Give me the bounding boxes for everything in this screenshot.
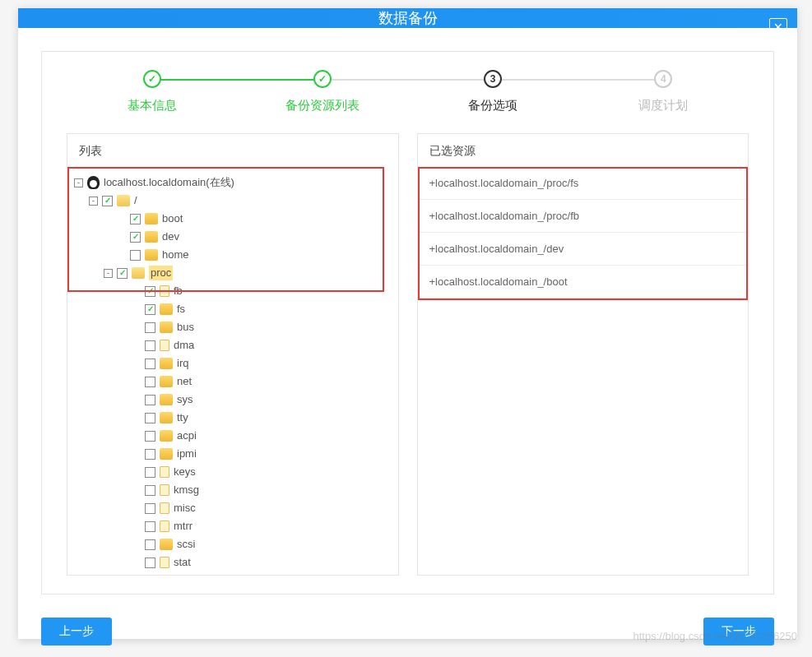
step-basic-info[interactable]: ✓ 基本信息 xyxy=(67,70,237,113)
folder-icon xyxy=(160,376,173,387)
checkbox[interactable] xyxy=(130,250,141,261)
folder-icon xyxy=(160,394,173,405)
checkbox[interactable] xyxy=(145,539,155,550)
step-schedule[interactable]: 4 调度计划 xyxy=(578,70,749,113)
tree-folder-node[interactable]: boot xyxy=(72,211,397,226)
tree-label: boot xyxy=(162,211,183,226)
tree-label: localhost.localdomain(在线) xyxy=(104,175,234,190)
selected-resource-item[interactable]: +localhost.localdomain_/proc/fs xyxy=(418,167,749,200)
next-button[interactable]: 下一步 xyxy=(703,618,774,645)
tree-item-node[interactable]: stat xyxy=(72,555,397,570)
selected-resources-panel: 已选资源 +localhost.localdomain_/proc/fs+loc… xyxy=(417,133,749,576)
tree-label: proc xyxy=(149,266,173,280)
tree-item-node[interactable]: fs xyxy=(72,302,397,317)
tree-label: fb xyxy=(174,284,183,298)
step-resource-list[interactable]: ✓ 备份资源列表 xyxy=(237,70,407,113)
step-connector xyxy=(152,79,322,81)
expander-placeholder xyxy=(132,486,141,495)
expander-placeholder xyxy=(132,341,141,350)
expander-placeholder xyxy=(132,432,141,441)
step-number-icon: ✓ xyxy=(143,70,161,88)
tree-label: kmsg xyxy=(174,483,199,497)
tree-item-node[interactable]: ipmi xyxy=(72,446,397,461)
checkbox[interactable] xyxy=(102,196,113,206)
tree-item-node[interactable]: bus xyxy=(72,320,397,335)
checkbox[interactable] xyxy=(145,449,155,460)
checkbox[interactable] xyxy=(145,558,155,568)
tree-item-node[interactable]: dma xyxy=(72,338,397,353)
folder-icon xyxy=(160,430,173,442)
collapse-icon[interactable]: - xyxy=(74,178,83,187)
checkbox[interactable] xyxy=(117,268,128,279)
tree-folder-node[interactable]: dev xyxy=(72,229,397,244)
checkbox[interactable] xyxy=(145,359,155,369)
tree-item-node[interactable]: kmsg xyxy=(72,483,397,497)
checkbox[interactable] xyxy=(145,322,155,333)
folder open-icon xyxy=(132,267,145,279)
checkbox[interactable] xyxy=(145,467,155,478)
panel-title: 已选资源 xyxy=(418,133,749,167)
expander-placeholder xyxy=(132,468,141,477)
step-label: 基本信息 xyxy=(128,98,177,113)
tree-scroll-area[interactable]: -localhost.localdomain(在线)-/bootdevhome-… xyxy=(67,167,398,575)
expander-placeholder xyxy=(132,377,141,386)
checkbox[interactable] xyxy=(145,485,155,496)
collapse-icon[interactable]: - xyxy=(89,197,98,206)
tree-item-node[interactable]: sys xyxy=(72,392,397,407)
tree-item-node[interactable]: mtrr xyxy=(72,519,397,534)
expander-placeholder xyxy=(132,450,141,459)
tree-label: misc xyxy=(174,501,196,516)
prev-button[interactable]: 上一步 xyxy=(41,618,112,645)
checkbox[interactable] xyxy=(145,286,155,297)
step-number-icon: ✓ xyxy=(313,70,332,88)
step-backup-options[interactable]: 3 备份选项 xyxy=(408,70,578,113)
tree-label: / xyxy=(134,193,137,208)
file-icon xyxy=(160,502,169,514)
selected-resource-item[interactable]: +localhost.localdomain_/dev xyxy=(418,233,749,266)
tree-item-node[interactable]: net xyxy=(72,374,397,389)
file-tree: -localhost.localdomain(在线)-/bootdevhome-… xyxy=(67,167,398,575)
tree-label: home xyxy=(162,248,189,262)
checkbox[interactable] xyxy=(130,232,141,243)
penguin-icon xyxy=(87,176,100,189)
expander-placeholder xyxy=(117,251,126,260)
tree-item-node[interactable]: acpi xyxy=(72,428,397,443)
tree-item-node[interactable]: tty xyxy=(72,410,397,425)
folder-icon xyxy=(145,231,158,243)
tree-item-node[interactable]: irq xyxy=(72,356,397,371)
checkbox[interactable] xyxy=(145,431,155,442)
tree-label: sys xyxy=(177,392,193,407)
file-icon xyxy=(160,285,169,297)
selected-resource-item[interactable]: +localhost.localdomain_/boot xyxy=(418,266,749,298)
tree-folder-node[interactable]: home xyxy=(72,248,397,262)
folder open-icon xyxy=(117,195,130,206)
tree-label: tty xyxy=(177,410,188,425)
selected-list-area[interactable]: +localhost.localdomain_/proc/fs+localhos… xyxy=(418,167,749,575)
checkbox[interactable] xyxy=(145,340,155,351)
checkbox[interactable] xyxy=(145,521,155,532)
tree-item-node[interactable]: scsi xyxy=(72,537,397,552)
checkbox[interactable] xyxy=(145,503,155,514)
tree-rootfs-node[interactable]: -/ xyxy=(72,193,397,208)
selected-resource-item[interactable]: +localhost.localdomain_/proc/fb xyxy=(418,200,749,233)
checkbox[interactable] xyxy=(145,413,155,423)
tree-label: acpi xyxy=(177,428,197,443)
expander-placeholder xyxy=(132,359,141,368)
tree-label: dma xyxy=(174,338,194,353)
checkbox[interactable] xyxy=(130,214,141,224)
tree-item-node[interactable]: misc xyxy=(72,501,397,516)
file-icon xyxy=(160,340,169,351)
tree-proc-node[interactable]: -proc xyxy=(72,266,397,280)
modal-header: 数据备份 ✕ xyxy=(18,8,797,28)
checkbox[interactable] xyxy=(145,395,155,405)
checkbox[interactable] xyxy=(145,304,155,315)
folder-icon xyxy=(160,412,173,423)
checkbox[interactable] xyxy=(145,377,155,387)
tree-host-node[interactable]: -localhost.localdomain(在线) xyxy=(72,175,397,190)
close-icon[interactable]: ✕ xyxy=(769,18,787,36)
folder-icon xyxy=(145,213,158,224)
tree-item-node[interactable]: keys xyxy=(72,465,397,479)
tree-label: mtrr xyxy=(174,519,193,534)
collapse-icon[interactable]: - xyxy=(104,269,113,278)
tree-item-node[interactable]: fb xyxy=(72,284,397,298)
